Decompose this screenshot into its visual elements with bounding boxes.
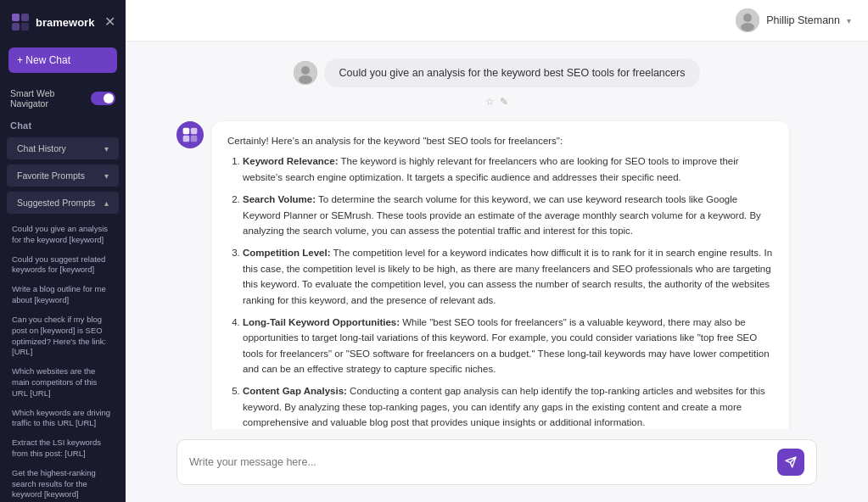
- svg-rect-12: [183, 136, 190, 142]
- logo-area: bramework: [10, 12, 94, 32]
- chat-history-label: Chat History: [17, 143, 66, 153]
- assistant-intro: Certainly! Here's an analysis for the ke…: [227, 136, 563, 146]
- chat-history-chevron: ▾: [104, 144, 109, 153]
- prompt-item[interactable]: Can you check if my blog post on [keywor…: [8, 311, 117, 361]
- assistant-points-list: Keyword Relevance: The keyword is highly…: [227, 153, 774, 429]
- user-avatar: [736, 8, 759, 32]
- topbar: Phillip Stemann ▾: [126, 0, 868, 42]
- suggested-prompts-section: Suggested Prompts ▴ Could you give an an…: [0, 192, 126, 502]
- logo-text: bramework: [36, 16, 94, 29]
- chat-history-header[interactable]: Chat History ▾: [7, 137, 119, 159]
- svg-rect-2: [12, 23, 20, 31]
- assistant-point: Keyword Relevance: The keyword is highly…: [243, 153, 774, 185]
- chat-area: Could you give an analysis for the keywo…: [126, 42, 868, 429]
- star-icon[interactable]: ☆: [485, 96, 495, 108]
- message-input[interactable]: [189, 456, 770, 468]
- svg-point-5: [743, 14, 752, 22]
- suggested-prompts-label: Suggested Prompts: [17, 198, 95, 208]
- prompt-item[interactable]: Write a blog outline for me about [keywo…: [8, 281, 117, 310]
- smart-web-nav-label: Smart Web Navigator: [10, 88, 91, 109]
- svg-point-8: [301, 66, 310, 75]
- svg-point-6: [741, 23, 754, 31]
- svg-point-9: [299, 75, 312, 84]
- svg-rect-13: [191, 136, 198, 142]
- suggested-prompts-chevron: ▴: [104, 198, 109, 208]
- prompt-item[interactable]: Which websites are the main competitors …: [8, 363, 117, 402]
- assistant-point: Competition Level: The competition level…: [243, 245, 774, 308]
- user-info[interactable]: Phillip Stemann ▾: [736, 8, 851, 32]
- user-menu-chevron: ▾: [847, 16, 851, 25]
- svg-rect-3: [21, 23, 29, 31]
- svg-rect-10: [183, 128, 190, 135]
- assistant-message-bubble: Certainly! Here's an analysis for the ke…: [212, 121, 789, 429]
- sidebar: bramework ✕ + New Chat Smart Web Navigat…: [0, 0, 126, 502]
- input-box: [176, 439, 817, 485]
- favorite-prompts-header[interactable]: Favorite Prompts ▾: [7, 165, 119, 187]
- prompt-list: Could you give an analysis for the keywo…: [0, 217, 126, 502]
- chat-section-title: Chat: [0, 117, 126, 137]
- assistant-message-row: Certainly! Here's an analysis for the ke…: [176, 121, 817, 429]
- assistant-point: Long-Tail Keyword Opportunities: While "…: [243, 315, 774, 377]
- prompt-item[interactable]: Could you suggest related keywords for […: [8, 251, 117, 280]
- svg-rect-11: [191, 128, 198, 135]
- svg-rect-0: [12, 14, 20, 21]
- user-message-avatar: [294, 61, 317, 85]
- assistant-avatar: [176, 121, 204, 148]
- new-chat-button[interactable]: + New Chat: [8, 47, 117, 73]
- prompt-item[interactable]: Could you give an analysis for the keywo…: [8, 220, 117, 249]
- user-bubble-actions: ☆ ✎: [485, 96, 508, 108]
- sidebar-header: bramework ✕: [0, 0, 126, 44]
- user-name: Phillip Stemann: [766, 14, 840, 26]
- favorite-prompts-chevron: ▾: [104, 171, 109, 181]
- close-button[interactable]: ✕: [104, 15, 115, 29]
- favorite-prompts-label: Favorite Prompts: [17, 170, 85, 181]
- user-message-text: Could you give an analysis for the keywo…: [339, 67, 686, 79]
- assistant-point: Search Volume: To determine the search v…: [243, 192, 774, 238]
- send-icon: [785, 456, 797, 468]
- smart-web-nav-toggle[interactable]: [91, 92, 115, 105]
- favorite-prompts-section: Favorite Prompts ▾: [0, 165, 126, 190]
- smart-web-navigator: Smart Web Navigator: [0, 83, 126, 117]
- main-area: Phillip Stemann ▾ Could you give an anal…: [126, 0, 868, 502]
- user-message-bubble: Could you give an analysis for the keywo…: [324, 59, 701, 87]
- assistant-point: Content Gap Analysis: Conducting a conte…: [243, 383, 774, 429]
- input-area: [126, 429, 868, 502]
- suggested-prompts-header[interactable]: Suggested Prompts ▴: [7, 192, 119, 214]
- user-message-row: Could you give an analysis for the keywo…: [176, 59, 817, 108]
- logo-icon: [10, 12, 31, 32]
- prompt-item[interactable]: Which keywords are driving traffic to th…: [8, 404, 117, 433]
- chat-history-section: Chat History ▾: [0, 137, 126, 163]
- prompt-item[interactable]: Extract the LSI keywords from this post:…: [8, 434, 117, 463]
- edit-icon[interactable]: ✎: [500, 96, 508, 108]
- svg-rect-1: [21, 14, 29, 21]
- prompt-item[interactable]: Get the highest-ranking search results f…: [8, 465, 117, 502]
- send-button[interactable]: [777, 449, 804, 476]
